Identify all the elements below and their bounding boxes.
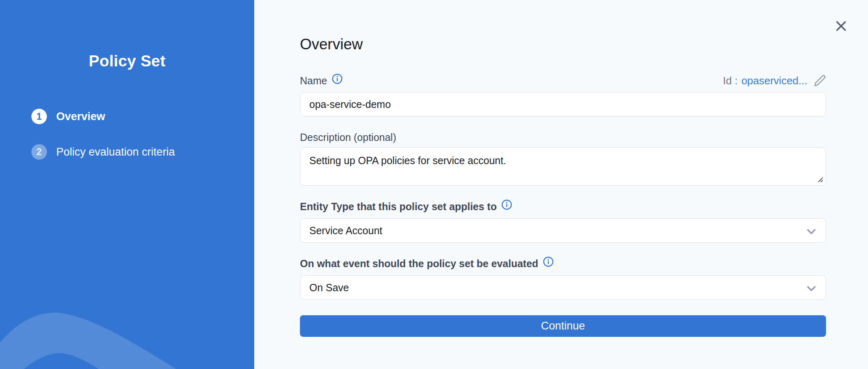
evaluation-event-label: On what event should the policy set be e…	[300, 258, 538, 270]
description-textarea[interactable]: Setting up OPA policies for service acco…	[300, 147, 826, 186]
policy-set-modal: Policy Set 1 Overview 2 Policy evaluatio…	[0, 0, 868, 369]
entity-type-select[interactable]: Service Account	[300, 218, 826, 243]
sidebar: Policy Set 1 Overview 2 Policy evaluatio…	[0, 0, 254, 369]
form-content: Overview Name Id : opaserviced...	[300, 0, 826, 337]
continue-button[interactable]: Continue	[300, 315, 826, 337]
info-icon[interactable]	[332, 73, 343, 84]
description-label: Description (optional)	[300, 132, 396, 143]
id-value-link[interactable]: opaserviced...	[741, 75, 807, 87]
step-label: Overview	[56, 110, 105, 123]
id-row: Id : opaserviced...	[723, 75, 826, 87]
name-label-row: Name Id : opaserviced...	[300, 74, 826, 87]
info-icon[interactable]	[501, 199, 512, 210]
evaluation-event-select[interactable]: On Save	[300, 275, 826, 300]
step-list: 1 Overview 2 Policy evaluation criteria	[31, 109, 175, 180]
step-number-badge: 1	[31, 109, 47, 124]
chevron-down-icon	[804, 281, 818, 297]
step-policy-evaluation-criteria[interactable]: 2 Policy evaluation criteria	[31, 144, 175, 160]
chevron-down-icon	[804, 224, 818, 240]
step-overview[interactable]: 1 Overview	[31, 109, 175, 124]
id-prefix-label: Id :	[723, 75, 738, 87]
entity-type-selected-value: Service Account	[309, 225, 382, 237]
close-icon	[835, 20, 847, 32]
entity-type-label: Entity Type that this policy set applies…	[300, 201, 497, 213]
name-input[interactable]	[300, 92, 826, 116]
step-number-badge: 2	[31, 144, 47, 160]
edit-id-button[interactable]	[814, 75, 826, 87]
sidebar-title: Policy Set	[0, 52, 254, 70]
info-icon[interactable]	[543, 256, 554, 267]
description-field-wrap: Setting up OPA policies for service acco…	[300, 147, 826, 186]
close-button[interactable]	[831, 16, 851, 36]
overview-panel: Overview Name Id : opaserviced...	[254, 0, 868, 369]
page-title: Overview	[300, 36, 826, 53]
step-label: Policy evaluation criteria	[56, 146, 175, 158]
evaluation-event-selected-value: On Save	[309, 282, 349, 294]
decorative-wave	[0, 283, 254, 369]
name-label: Name	[300, 75, 327, 87]
pencil-icon	[814, 75, 826, 87]
